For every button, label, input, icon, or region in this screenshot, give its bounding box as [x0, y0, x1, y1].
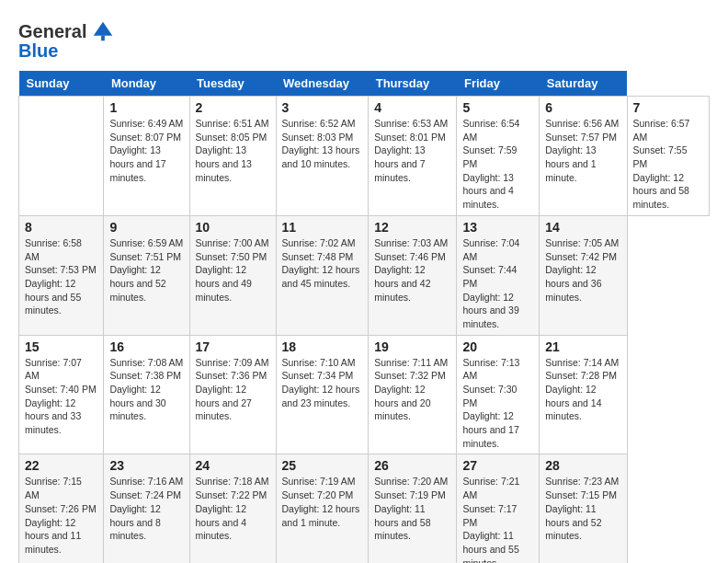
calendar-cell: 11Sunrise: 7:02 AM Sunset: 7:48 PM Dayli…: [276, 215, 369, 335]
day-number: 22: [25, 458, 97, 473]
calendar-cell: 6Sunrise: 6:56 AM Sunset: 7:57 PM Daylig…: [540, 97, 627, 216]
day-info: Sunrise: 7:10 AM Sunset: 7:34 PM Dayligh…: [282, 356, 363, 410]
day-info: Sunrise: 6:56 AM Sunset: 7:57 PM Dayligh…: [545, 117, 620, 184]
calendar-cell: 3Sunrise: 6:52 AM Sunset: 8:03 PM Daylig…: [276, 97, 369, 216]
day-info: Sunrise: 6:59 AM Sunset: 7:51 PM Dayligh…: [109, 236, 183, 304]
header-thursday: Thursday: [369, 71, 457, 97]
day-number: 6: [545, 100, 620, 115]
calendar-cell: 7Sunrise: 6:57 AM Sunset: 7:55 PM Daylig…: [627, 97, 709, 216]
day-info: Sunrise: 6:52 AM Sunset: 8:03 PM Dayligh…: [282, 117, 363, 171]
calendar-cell: [19, 97, 104, 216]
day-number: 16: [109, 339, 183, 354]
day-number: 27: [462, 458, 533, 473]
calendar-cell: 24Sunrise: 7:18 AM Sunset: 7:22 PM Dayli…: [189, 454, 276, 563]
calendar-cell: 17Sunrise: 7:09 AM Sunset: 7:36 PM Dayli…: [189, 335, 276, 454]
calendar-table: SundayMondayTuesdayWednesdayThursdayFrid…: [18, 71, 710, 563]
day-number: 2: [196, 100, 270, 115]
calendar-cell: 13Sunrise: 7:04 AM Sunset: 7:44 PM Dayli…: [457, 215, 540, 335]
day-info: Sunrise: 6:51 AM Sunset: 8:05 PM Dayligh…: [196, 117, 270, 184]
day-info: Sunrise: 7:14 AM Sunset: 7:28 PM Dayligh…: [545, 356, 620, 423]
calendar-cell: 28Sunrise: 7:23 AM Sunset: 7:15 PM Dayli…: [540, 454, 627, 563]
day-number: 13: [462, 220, 533, 235]
header-sunday: Sunday: [19, 71, 104, 97]
calendar-header-row: SundayMondayTuesdayWednesdayThursdayFrid…: [19, 71, 710, 97]
logo-text-general: General: [18, 21, 86, 42]
day-info: Sunrise: 7:04 AM Sunset: 7:44 PM Dayligh…: [462, 236, 533, 331]
day-info: Sunrise: 7:21 AM Sunset: 7:17 PM Dayligh…: [462, 475, 533, 563]
calendar-cell: 10Sunrise: 7:00 AM Sunset: 7:50 PM Dayli…: [189, 215, 276, 335]
day-info: Sunrise: 6:53 AM Sunset: 8:01 PM Dayligh…: [374, 117, 450, 184]
day-number: 14: [545, 220, 620, 235]
header-tuesday: Tuesday: [189, 71, 276, 97]
calendar-week-row: 15Sunrise: 7:07 AM Sunset: 7:40 PM Dayli…: [19, 335, 710, 454]
day-number: 5: [462, 100, 533, 115]
day-info: Sunrise: 7:16 AM Sunset: 7:24 PM Dayligh…: [109, 475, 183, 542]
day-info: Sunrise: 7:07 AM Sunset: 7:40 PM Dayligh…: [25, 356, 97, 437]
calendar-cell: 1Sunrise: 6:49 AM Sunset: 8:07 PM Daylig…: [104, 97, 189, 216]
day-number: 3: [282, 100, 363, 115]
day-info: Sunrise: 7:15 AM Sunset: 7:26 PM Dayligh…: [25, 475, 97, 556]
day-number: 25: [282, 458, 363, 473]
day-info: Sunrise: 7:20 AM Sunset: 7:19 PM Dayligh…: [374, 475, 450, 542]
svg-rect-1: [102, 36, 106, 41]
calendar-cell: 19Sunrise: 7:11 AM Sunset: 7:32 PM Dayli…: [369, 335, 457, 454]
calendar-cell: 23Sunrise: 7:16 AM Sunset: 7:24 PM Dayli…: [104, 454, 189, 563]
day-info: Sunrise: 7:23 AM Sunset: 7:15 PM Dayligh…: [545, 475, 620, 542]
calendar-cell: 12Sunrise: 7:03 AM Sunset: 7:46 PM Dayli…: [369, 215, 457, 335]
calendar-cell: 27Sunrise: 7:21 AM Sunset: 7:17 PM Dayli…: [457, 454, 540, 563]
day-number: 8: [25, 220, 97, 235]
day-number: 15: [25, 339, 97, 354]
day-number: 19: [374, 339, 450, 354]
day-info: Sunrise: 7:00 AM Sunset: 7:50 PM Dayligh…: [196, 236, 270, 304]
calendar-cell: 20Sunrise: 7:13 AM Sunset: 7:30 PM Dayli…: [457, 335, 540, 454]
day-number: 17: [196, 339, 270, 354]
day-info: Sunrise: 7:09 AM Sunset: 7:36 PM Dayligh…: [196, 356, 270, 423]
svg-marker-0: [94, 22, 113, 36]
day-number: 18: [282, 339, 363, 354]
day-number: 26: [374, 458, 450, 473]
day-number: 9: [109, 220, 183, 235]
day-number: 24: [196, 458, 270, 473]
day-number: 10: [196, 220, 270, 235]
calendar-cell: 2Sunrise: 6:51 AM Sunset: 8:05 PM Daylig…: [189, 97, 276, 216]
header-monday: Monday: [104, 71, 189, 97]
calendar-cell: 22Sunrise: 7:15 AM Sunset: 7:26 PM Dayli…: [19, 454, 104, 563]
day-info: Sunrise: 6:54 AM Sunset: 7:59 PM Dayligh…: [462, 117, 533, 212]
day-info: Sunrise: 7:08 AM Sunset: 7:38 PM Dayligh…: [109, 356, 183, 423]
calendar-cell: 4Sunrise: 6:53 AM Sunset: 8:01 PM Daylig…: [369, 97, 457, 216]
logo-icon: [90, 18, 116, 44]
day-number: 1: [109, 100, 183, 115]
day-info: Sunrise: 7:11 AM Sunset: 7:32 PM Dayligh…: [374, 356, 450, 423]
calendar-cell: 16Sunrise: 7:08 AM Sunset: 7:38 PM Dayli…: [104, 335, 189, 454]
day-number: 4: [374, 100, 450, 115]
calendar-week-row: 1Sunrise: 6:49 AM Sunset: 8:07 PM Daylig…: [19, 97, 710, 216]
day-info: Sunrise: 7:03 AM Sunset: 7:46 PM Dayligh…: [374, 236, 450, 304]
day-number: 28: [545, 458, 620, 473]
day-info: Sunrise: 7:02 AM Sunset: 7:48 PM Dayligh…: [282, 236, 363, 291]
calendar-cell: 5Sunrise: 6:54 AM Sunset: 7:59 PM Daylig…: [457, 97, 540, 216]
calendar-cell: 14Sunrise: 7:05 AM Sunset: 7:42 PM Dayli…: [540, 215, 627, 335]
day-info: Sunrise: 6:49 AM Sunset: 8:07 PM Dayligh…: [109, 117, 183, 184]
day-number: 7: [633, 100, 703, 115]
day-number: 23: [109, 458, 183, 473]
calendar-cell: 21Sunrise: 7:14 AM Sunset: 7:28 PM Dayli…: [540, 335, 627, 454]
day-info: Sunrise: 7:19 AM Sunset: 7:20 PM Dayligh…: [282, 475, 363, 529]
day-number: 12: [374, 220, 450, 235]
calendar-cell: 25Sunrise: 7:19 AM Sunset: 7:20 PM Dayli…: [276, 454, 369, 563]
day-number: 11: [282, 220, 363, 235]
calendar-cell: 18Sunrise: 7:10 AM Sunset: 7:34 PM Dayli…: [276, 335, 369, 454]
header-wednesday: Wednesday: [276, 71, 369, 97]
header-saturday: Saturday: [540, 71, 627, 97]
calendar-week-row: 8Sunrise: 6:58 AM Sunset: 7:53 PM Daylig…: [19, 215, 710, 335]
day-info: Sunrise: 7:18 AM Sunset: 7:22 PM Dayligh…: [196, 475, 270, 542]
header-friday: Friday: [457, 71, 540, 97]
calendar-cell: 15Sunrise: 7:07 AM Sunset: 7:40 PM Dayli…: [19, 335, 104, 454]
calendar-cell: 9Sunrise: 6:59 AM Sunset: 7:51 PM Daylig…: [104, 215, 189, 335]
logo: General Blue: [18, 18, 116, 62]
day-info: Sunrise: 7:13 AM Sunset: 7:30 PM Dayligh…: [462, 356, 533, 451]
day-number: 21: [545, 339, 620, 354]
calendar-cell: 26Sunrise: 7:20 AM Sunset: 7:19 PM Dayli…: [369, 454, 457, 563]
day-number: 20: [462, 339, 533, 354]
calendar-cell: 8Sunrise: 6:58 AM Sunset: 7:53 PM Daylig…: [19, 215, 104, 335]
day-info: Sunrise: 7:05 AM Sunset: 7:42 PM Dayligh…: [545, 236, 620, 304]
